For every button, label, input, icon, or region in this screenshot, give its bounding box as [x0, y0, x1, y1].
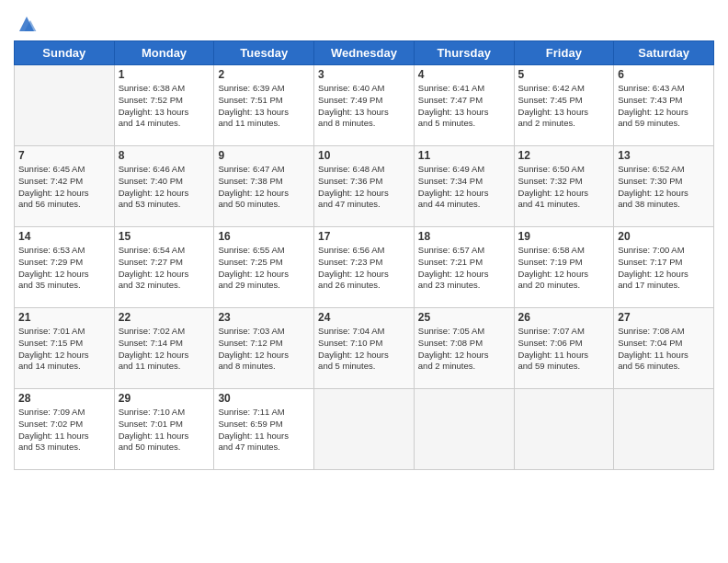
day-number: 25	[418, 311, 510, 324]
calendar-table: SundayMondayTuesdayWednesdayThursdayFrid…	[14, 40, 714, 470]
day-number: 22	[119, 311, 210, 324]
day-number: 18	[418, 230, 510, 243]
day-info: Sunrise: 7:07 AMSunset: 7:06 PMDaylight:…	[518, 326, 610, 373]
day-info: Sunrise: 6:38 AMSunset: 7:52 PMDaylight:…	[119, 83, 210, 130]
calendar-cell	[514, 389, 614, 470]
weekday-header-thursday: Thursday	[414, 41, 514, 65]
day-info: Sunrise: 7:04 AMSunset: 7:10 PMDaylight:…	[318, 326, 410, 373]
calendar-cell: 21Sunrise: 7:01 AMSunset: 7:15 PMDayligh…	[15, 308, 115, 389]
week-row-4: 21Sunrise: 7:01 AMSunset: 7:15 PMDayligh…	[15, 308, 714, 389]
day-info: Sunrise: 6:45 AMSunset: 7:42 PMDaylight:…	[18, 164, 110, 211]
day-number: 28	[18, 392, 110, 405]
day-info: Sunrise: 7:11 AMSunset: 6:59 PMDaylight:…	[218, 407, 310, 454]
weekday-header-sunday: Sunday	[15, 41, 115, 65]
calendar-cell	[414, 389, 514, 470]
calendar-cell	[614, 389, 714, 470]
calendar-cell: 8Sunrise: 6:46 AMSunset: 7:40 PMDaylight…	[114, 146, 214, 227]
calendar-cell: 6Sunrise: 6:43 AMSunset: 7:43 PMDaylight…	[614, 65, 714, 146]
day-number: 21	[18, 311, 110, 324]
calendar-cell: 13Sunrise: 6:52 AMSunset: 7:30 PMDayligh…	[614, 146, 714, 227]
day-info: Sunrise: 7:09 AMSunset: 7:02 PMDaylight:…	[18, 407, 110, 454]
day-number: 23	[218, 311, 310, 324]
day-info: Sunrise: 6:40 AMSunset: 7:49 PMDaylight:…	[318, 83, 410, 130]
calendar-cell: 20Sunrise: 7:00 AMSunset: 7:17 PMDayligh…	[614, 227, 714, 308]
calendar-cell: 9Sunrise: 6:47 AMSunset: 7:38 PMDaylight…	[214, 146, 314, 227]
day-number: 14	[18, 230, 110, 243]
day-info: Sunrise: 7:01 AMSunset: 7:15 PMDaylight:…	[18, 326, 110, 373]
day-info: Sunrise: 7:03 AMSunset: 7:12 PMDaylight:…	[218, 326, 310, 373]
day-number: 24	[318, 311, 410, 324]
calendar-cell: 7Sunrise: 6:45 AMSunset: 7:42 PMDaylight…	[15, 146, 115, 227]
calendar-cell: 30Sunrise: 7:11 AMSunset: 6:59 PMDayligh…	[214, 389, 314, 470]
calendar-cell: 15Sunrise: 6:54 AMSunset: 7:27 PMDayligh…	[114, 227, 214, 308]
calendar-cell: 4Sunrise: 6:41 AMSunset: 7:47 PMDaylight…	[414, 65, 514, 146]
calendar-cell: 24Sunrise: 7:04 AMSunset: 7:10 PMDayligh…	[314, 308, 415, 389]
weekday-header-tuesday: Tuesday	[214, 41, 314, 65]
day-number: 17	[318, 230, 410, 243]
weekday-header-row: SundayMondayTuesdayWednesdayThursdayFrid…	[15, 41, 714, 65]
calendar-cell: 22Sunrise: 7:02 AMSunset: 7:14 PMDayligh…	[114, 308, 214, 389]
day-info: Sunrise: 6:58 AMSunset: 7:19 PMDaylight:…	[518, 245, 610, 292]
day-info: Sunrise: 6:52 AMSunset: 7:30 PMDaylight:…	[618, 164, 710, 211]
week-row-5: 28Sunrise: 7:09 AMSunset: 7:02 PMDayligh…	[15, 389, 714, 470]
calendar-cell: 26Sunrise: 7:07 AMSunset: 7:06 PMDayligh…	[514, 308, 614, 389]
day-info: Sunrise: 6:42 AMSunset: 7:45 PMDaylight:…	[518, 83, 610, 130]
day-info: Sunrise: 6:55 AMSunset: 7:25 PMDaylight:…	[218, 245, 310, 292]
day-info: Sunrise: 6:49 AMSunset: 7:34 PMDaylight:…	[418, 164, 510, 211]
day-number: 20	[618, 230, 710, 243]
calendar-cell: 10Sunrise: 6:48 AMSunset: 7:36 PMDayligh…	[314, 146, 415, 227]
day-number: 26	[518, 311, 610, 324]
calendar-cell: 5Sunrise: 6:42 AMSunset: 7:45 PMDaylight…	[514, 65, 614, 146]
day-info: Sunrise: 6:54 AMSunset: 7:27 PMDaylight:…	[119, 245, 210, 292]
day-number: 4	[418, 68, 510, 81]
day-info: Sunrise: 6:39 AMSunset: 7:51 PMDaylight:…	[218, 83, 310, 130]
day-number: 29	[119, 392, 210, 405]
day-number: 10	[318, 149, 410, 162]
calendar-cell: 23Sunrise: 7:03 AMSunset: 7:12 PMDayligh…	[214, 308, 314, 389]
day-number: 7	[18, 149, 110, 162]
calendar-cell	[15, 65, 115, 146]
day-number: 16	[218, 230, 310, 243]
calendar-cell: 18Sunrise: 6:57 AMSunset: 7:21 PMDayligh…	[414, 227, 514, 308]
week-row-2: 7Sunrise: 6:45 AMSunset: 7:42 PMDaylight…	[15, 146, 714, 227]
day-info: Sunrise: 6:47 AMSunset: 7:38 PMDaylight:…	[218, 164, 310, 211]
day-number: 9	[218, 149, 310, 162]
calendar-cell: 12Sunrise: 6:50 AMSunset: 7:32 PMDayligh…	[514, 146, 614, 227]
day-number: 27	[618, 311, 710, 324]
weekday-header-friday: Friday	[514, 41, 614, 65]
calendar-cell: 25Sunrise: 7:05 AMSunset: 7:08 PMDayligh…	[414, 308, 514, 389]
weekday-header-saturday: Saturday	[614, 41, 714, 65]
calendar-cell: 19Sunrise: 6:58 AMSunset: 7:19 PMDayligh…	[514, 227, 614, 308]
day-info: Sunrise: 7:05 AMSunset: 7:08 PMDaylight:…	[418, 326, 510, 373]
day-number: 2	[218, 68, 310, 81]
calendar-cell: 29Sunrise: 7:10 AMSunset: 7:01 PMDayligh…	[114, 389, 214, 470]
day-number: 1	[119, 68, 210, 81]
logo-icon	[16, 13, 38, 35]
day-number: 6	[618, 68, 710, 81]
weekday-header-wednesday: Wednesday	[314, 41, 415, 65]
calendar-cell: 17Sunrise: 6:56 AMSunset: 7:23 PMDayligh…	[314, 227, 415, 308]
day-info: Sunrise: 6:50 AMSunset: 7:32 PMDaylight:…	[518, 164, 610, 211]
day-info: Sunrise: 6:48 AMSunset: 7:36 PMDaylight:…	[318, 164, 410, 211]
day-info: Sunrise: 7:02 AMSunset: 7:14 PMDaylight:…	[119, 326, 210, 373]
day-info: Sunrise: 7:10 AMSunset: 7:01 PMDaylight:…	[119, 407, 210, 454]
day-number: 12	[518, 149, 610, 162]
calendar-cell: 16Sunrise: 6:55 AMSunset: 7:25 PMDayligh…	[214, 227, 314, 308]
calendar-cell: 11Sunrise: 6:49 AMSunset: 7:34 PMDayligh…	[414, 146, 514, 227]
calendar-cell: 3Sunrise: 6:40 AMSunset: 7:49 PMDaylight…	[314, 65, 415, 146]
day-number: 5	[518, 68, 610, 81]
day-number: 8	[119, 149, 210, 162]
day-info: Sunrise: 6:46 AMSunset: 7:40 PMDaylight:…	[119, 164, 210, 211]
day-number: 15	[119, 230, 210, 243]
day-info: Sunrise: 6:57 AMSunset: 7:21 PMDaylight:…	[418, 245, 510, 292]
calendar-cell: 14Sunrise: 6:53 AMSunset: 7:29 PMDayligh…	[15, 227, 115, 308]
day-info: Sunrise: 6:53 AMSunset: 7:29 PMDaylight:…	[18, 245, 110, 292]
day-info: Sunrise: 6:43 AMSunset: 7:43 PMDaylight:…	[618, 83, 710, 130]
day-info: Sunrise: 6:41 AMSunset: 7:47 PMDaylight:…	[418, 83, 510, 130]
day-info: Sunrise: 7:08 AMSunset: 7:04 PMDaylight:…	[618, 326, 710, 373]
weekday-header-monday: Monday	[114, 41, 214, 65]
logo	[14, 13, 38, 35]
day-info: Sunrise: 7:00 AMSunset: 7:17 PMDaylight:…	[618, 245, 710, 292]
day-info: Sunrise: 6:56 AMSunset: 7:23 PMDaylight:…	[318, 245, 410, 292]
week-row-1: 1Sunrise: 6:38 AMSunset: 7:52 PMDaylight…	[15, 65, 714, 146]
